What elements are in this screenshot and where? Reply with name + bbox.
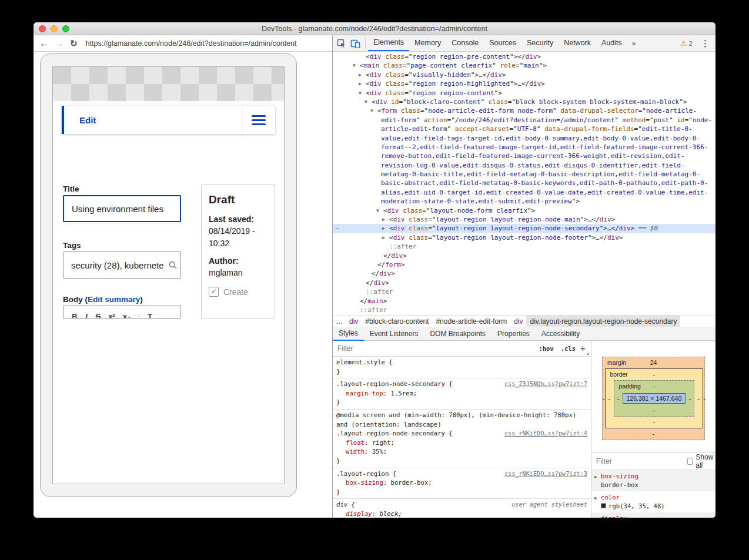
tree-line[interactable]: ▶<div class="region region-highlighted">…: [333, 79, 715, 88]
css-property[interactable]: box-sizing: border-box;: [336, 478, 587, 488]
tree-line[interactable]: basic-abstract,edit-field-metatag-0-basi…: [333, 179, 715, 187]
editor-toolbar-button[interactable]: B: [72, 311, 77, 318]
breadcrumb-item[interactable]: #node-article-edit-form: [432, 316, 510, 327]
editor-toolbar-button[interactable]: |: [138, 311, 140, 318]
tree-line[interactable]: ::after: [333, 287, 715, 296]
margin-top-value[interactable]: 24: [650, 359, 657, 366]
breadcrumb-item[interactable]: #block-claro-content: [362, 316, 432, 327]
tags-input[interactable]: security (28), kubernete: [63, 252, 181, 279]
padding-left-value[interactable]: -: [614, 392, 623, 405]
tree-line[interactable]: ▼<form class="node-article-edit-form nod…: [333, 106, 715, 115]
padding-right-value[interactable]: -: [686, 392, 694, 405]
tree-line[interactable]: alias,edit-uid-0-target-id,edit-created-…: [333, 188, 715, 197]
style-rule[interactable]: .layout-region {css_rNKiEDO…ss?pw7izt:3b…: [333, 468, 591, 499]
menu-icon[interactable]: [252, 115, 266, 125]
tree-line[interactable]: </main>: [333, 297, 715, 306]
css-property[interactable]: width: 35%;: [336, 447, 587, 457]
tree-line[interactable]: ▼<div class="layout-node-form clearfix">: [333, 206, 715, 215]
margin-bottom-value[interactable]: -: [603, 428, 704, 440]
stylesheet-link[interactable]: css_rNKiEDO…ss?pw7izt:3: [504, 470, 587, 479]
editor-toolbar-button[interactable]: x²: [108, 311, 115, 318]
tree-line[interactable]: ::after: [333, 242, 715, 251]
inspect-element-icon[interactable]: [337, 39, 346, 48]
toggle-element-state-button[interactable]: :hov: [535, 345, 557, 352]
kebab-menu-icon[interactable]: ⋮: [696, 38, 715, 49]
edit-tab-bar[interactable]: Edit: [62, 106, 275, 134]
devtools-tab-network[interactable]: Network: [559, 35, 596, 51]
computed-property-row[interactable]: ▶display: [591, 512, 715, 518]
address-bar[interactable]: https://glamanate.com/node/246/edit?dest…: [86, 39, 297, 48]
tree-line[interactable]: </form>: [333, 260, 715, 269]
tree-line[interactable]: value,edit-field-tags-target-id,edit-bod…: [333, 134, 715, 143]
device-toolbar-icon[interactable]: [350, 39, 360, 48]
title-input[interactable]: Using environment files: [63, 195, 181, 222]
style-rule[interactable]: div {user agent stylesheetdisplay: block…: [333, 499, 591, 518]
content-size-value[interactable]: 126.381 × 1467.640: [623, 393, 686, 404]
border-left-value[interactable]: -: [606, 380, 614, 417]
create-checkbox[interactable]: ✓: [209, 287, 219, 297]
style-rule[interactable]: @media screen and (min-width: 780px), (m…: [333, 410, 591, 468]
breadcrumb-item[interactable]: div: [346, 316, 362, 327]
body-editor-toolbar[interactable]: BISx²x₂|T: [63, 306, 181, 318]
element-classes-button[interactable]: .cls: [557, 345, 579, 352]
tree-line[interactable]: edit-form" action="/node/246/edit?destin…: [333, 116, 715, 125]
tree-line[interactable]: article-edit-form" accept-charset="UTF-8…: [333, 125, 715, 133]
editor-toolbar-button[interactable]: x₂: [123, 311, 131, 318]
tree-line[interactable]: revision-log-0-value,edit-disqus-0-statu…: [333, 161, 715, 170]
tree-line[interactable]: ::after: [333, 306, 715, 314]
devtools-tab-elements[interactable]: Elements: [368, 35, 409, 51]
devtools-tab-memory[interactable]: Memory: [409, 35, 446, 51]
computed-filter-input[interactable]: [591, 457, 687, 465]
tree-line[interactable]: ▶<div class="layout-region layout-region…: [333, 233, 715, 242]
devtools-tab-console[interactable]: Console: [446, 35, 484, 51]
styles-filter-input[interactable]: [333, 344, 535, 353]
sidebar-tab-event-listeners[interactable]: Event Listeners: [364, 327, 424, 341]
css-property[interactable]: margin-top: 1.5rem;: [336, 389, 587, 398]
border-bottom-value[interactable]: -: [606, 417, 703, 428]
issues-badge[interactable]: ⚠ 2: [680, 39, 696, 48]
devtools-tab-security[interactable]: Security: [521, 35, 559, 51]
new-style-rule-button[interactable]: +: [580, 343, 586, 353]
css-property[interactable]: float: right;: [336, 438, 587, 448]
breadcrumb-item[interactable]: ...: [333, 316, 346, 327]
tree-line[interactable]: ▼<div id="block-claro-content" class="bl…: [333, 98, 715, 106]
tree-line[interactable]: moderation-state-0-state,edit-submit,edi…: [333, 197, 715, 206]
stylesheet-link[interactable]: css_Z3J5NQb…ss?pw7izt:7: [504, 380, 587, 389]
tree-line[interactable]: ▶<div class="layout-region layout-region…: [333, 215, 715, 224]
style-rule[interactable]: element.style {}: [333, 357, 591, 378]
tree-line-selected[interactable]: ▶<div class="layout-region layout-region…: [333, 224, 715, 233]
forward-icon[interactable]: →: [55, 38, 64, 49]
style-rule[interactable]: .layout-region-node-secondary {css_Z3J5N…: [333, 378, 591, 410]
tree-line[interactable]: ▶<div class="visually-hidden">…</div>: [333, 71, 715, 79]
computed-property-row[interactable]: ▶box-sizingborder-box: [591, 470, 715, 491]
tree-line[interactable]: format--2,edit-field-featured-image-targ…: [333, 143, 715, 152]
editor-toolbar-button[interactable]: S: [95, 311, 101, 318]
tab-edit[interactable]: Edit: [79, 115, 96, 125]
tree-line[interactable]: </div>: [333, 279, 715, 287]
breadcrumb-item[interactable]: div.layout-region.layout-region-node-sec…: [526, 316, 680, 327]
tree-line[interactable]: <div class="region region-pre-content"><…: [333, 52, 715, 61]
padding-bottom-value[interactable]: -: [614, 405, 694, 416]
sidebar-tab-properties[interactable]: Properties: [491, 327, 536, 341]
editor-toolbar-button[interactable]: T: [148, 311, 152, 318]
stylesheet-link[interactable]: css_rNKiEDO…ss?pw7izt:4: [504, 429, 587, 438]
devtools-tab-sources[interactable]: Sources: [484, 35, 521, 51]
devtools-tab-audits[interactable]: Audits: [596, 35, 627, 51]
border-right-value[interactable]: -: [694, 380, 703, 417]
more-tabs-chevron[interactable]: »: [627, 39, 641, 48]
sidebar-tab-accessibility[interactable]: Accessibility: [536, 327, 586, 341]
margin-right-value[interactable]: -: [703, 368, 705, 428]
show-all-checkbox[interactable]: [687, 458, 693, 465]
tree-line[interactable]: remove-button,edit-field-featured-image-…: [333, 152, 715, 160]
edit-summary-link[interactable]: Edit summary: [88, 295, 140, 304]
editor-toolbar-button[interactable]: I: [85, 311, 88, 318]
breadcrumb-item[interactable]: div: [510, 316, 526, 327]
tree-line[interactable]: </div>: [333, 269, 715, 278]
reload-icon[interactable]: ↻: [70, 38, 78, 49]
tree-line[interactable]: ▼<div class="region region-content">: [333, 89, 715, 98]
tree-line[interactable]: ▼<main class="page-content clearfix" rol…: [333, 61, 715, 70]
css-property[interactable]: display: block;: [336, 509, 587, 518]
sidebar-tab-styles[interactable]: Styles: [333, 327, 364, 341]
border-top-value[interactable]: -: [653, 371, 656, 378]
sidebar-tab-dom-breakpoints[interactable]: DOM Breakpoints: [424, 327, 491, 341]
